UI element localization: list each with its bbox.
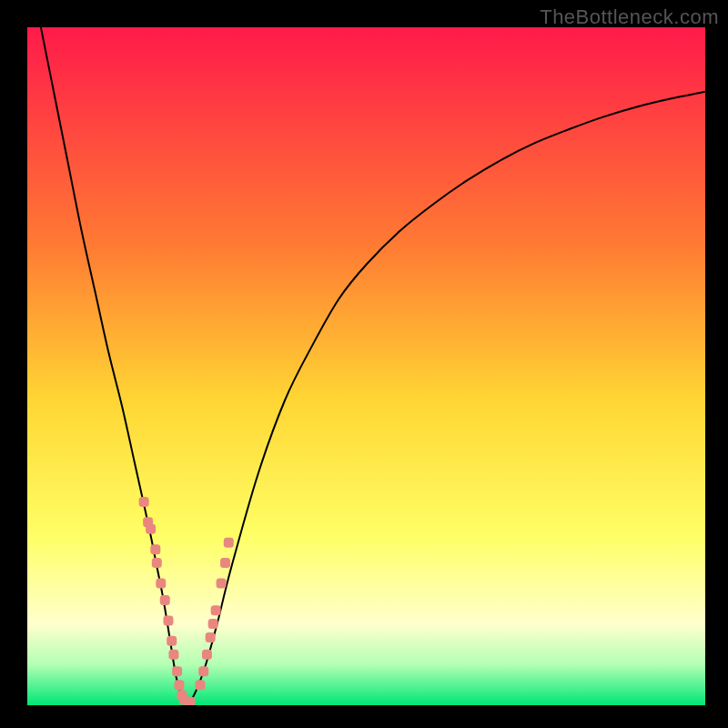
marker-dot	[198, 666, 208, 676]
marker-dot	[152, 558, 162, 568]
marker-dot	[217, 578, 227, 588]
marker-dot	[160, 595, 170, 605]
chart-svg	[27, 27, 705, 705]
app-frame: TheBottleneck.com	[0, 0, 728, 728]
marker-dot	[174, 680, 184, 690]
marker-dot	[202, 650, 212, 660]
marker-dot	[208, 619, 218, 629]
marker-dot	[156, 578, 166, 588]
watermark-text: TheBottleneck.com	[540, 5, 719, 29]
marker-dot	[220, 558, 230, 568]
chart-plot-area	[27, 27, 705, 705]
marker-dot	[172, 666, 182, 676]
marker-dot	[224, 538, 234, 548]
marker-dot	[167, 636, 177, 646]
marker-dot	[139, 497, 149, 507]
marker-dot	[206, 632, 216, 642]
chart-background-gradient	[27, 27, 705, 705]
marker-dot	[146, 524, 156, 534]
marker-dot	[195, 680, 205, 690]
marker-dot	[211, 605, 221, 615]
marker-dot	[168, 650, 178, 660]
marker-dot	[185, 697, 195, 705]
marker-dot	[163, 615, 173, 625]
marker-dot	[150, 544, 160, 554]
